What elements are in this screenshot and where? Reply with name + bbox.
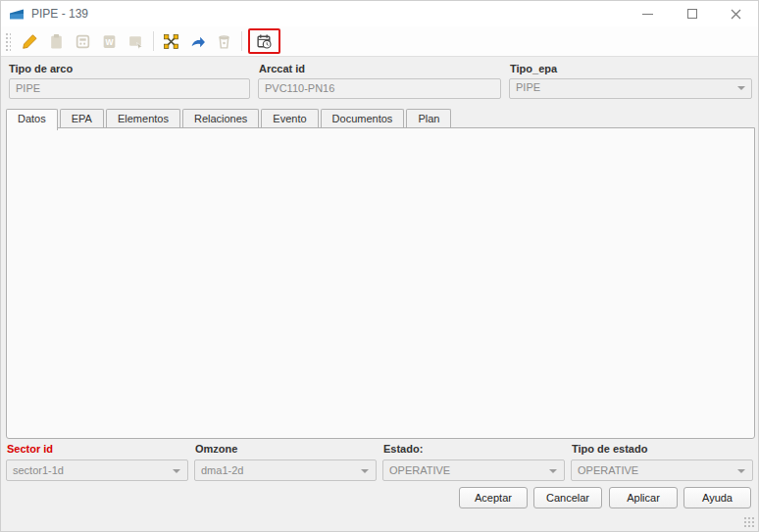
delete-button [211, 28, 237, 54]
flow-arrow-icon [189, 33, 206, 50]
maximize-button[interactable] [670, 1, 714, 26]
arccat-id-label: Arccat id [259, 63, 305, 74]
epa-type-label: Tipo_epa [510, 63, 557, 74]
tab-relaciones[interactable]: Relaciones [182, 109, 259, 128]
tipo-estado-label: Tipo de estado [572, 443, 647, 455]
move-nodes-button[interactable] [158, 28, 184, 54]
tab-epa[interactable]: EPA [60, 109, 104, 128]
window-controls [626, 1, 758, 26]
toolbar-grip-handle[interactable] [4, 31, 11, 51]
epa-type-select[interactable]: PIPE [509, 78, 752, 99]
toolbar-separator [241, 31, 242, 51]
arccat-id-input[interactable]: PVC110-PN16 [258, 78, 501, 99]
catalog-button [70, 28, 96, 54]
aplicar-button[interactable]: Aplicar [609, 487, 678, 508]
pencil-icon [22, 33, 38, 50]
flow-arrow-button[interactable] [184, 28, 211, 54]
ayuda-button[interactable]: Ayuda [683, 487, 751, 508]
clipboard-icon [48, 33, 65, 50]
tabbar: Datos EPA Elementos Relaciones Evento Do… [6, 108, 453, 128]
cancelar-button[interactable]: Cancelar [533, 487, 602, 508]
tab-elementos[interactable]: Elementos [106, 109, 180, 128]
close-icon [731, 9, 741, 20]
sector-id-label: Sector id [7, 443, 53, 455]
aceptar-button[interactable]: Aceptar [459, 487, 528, 508]
calendar-clock-icon [256, 33, 273, 50]
toolbar: W [1, 26, 758, 57]
maximize-icon [687, 9, 697, 19]
app-logo-icon [9, 8, 25, 21]
omzone-label: Omzone [195, 443, 237, 455]
sector-id-select[interactable]: sector1-1d [6, 459, 188, 481]
calculator-icon [75, 33, 91, 50]
paste-button [43, 28, 70, 54]
tab-plan[interactable]: Plan [406, 109, 451, 128]
tipo-estado-select[interactable]: OPERATIVE [571, 459, 753, 481]
minimize-button[interactable] [626, 1, 670, 26]
omzone-select[interactable]: dma1-2d [194, 459, 377, 481]
resize-grip[interactable] [743, 516, 755, 528]
pipe-dialog-window: PIPE - 139 [0, 0, 759, 532]
estado-select[interactable]: OPERATIVE [382, 459, 565, 481]
window-title: PIPE - 139 [31, 7, 88, 21]
word-doc-icon: W [101, 33, 118, 50]
close-button[interactable] [714, 1, 758, 26]
edit-pencil-button[interactable] [17, 28, 43, 54]
highlight-red-box [248, 28, 280, 54]
move-nodes-icon [163, 33, 179, 50]
toolbar-separator [153, 31, 154, 51]
image-picker-button [123, 28, 149, 54]
arc-type-input[interactable]: PIPE [9, 78, 250, 99]
trash-icon [216, 33, 232, 50]
date-manager-button[interactable] [252, 28, 278, 54]
titlebar: PIPE - 139 [1, 1, 758, 26]
tab-evento[interactable]: Evento [261, 109, 318, 128]
minimize-icon [642, 14, 653, 15]
tab-datos[interactable]: Datos [6, 109, 58, 130]
word-doc-button: W [96, 28, 123, 54]
svg-text:W: W [105, 37, 114, 47]
datos-tab-panel [6, 127, 755, 439]
arc-type-label: Tipo de arco [9, 63, 73, 74]
image-picker-icon [127, 33, 144, 50]
tab-documentos[interactable]: Documentos [321, 109, 405, 128]
estado-label: Estado: [383, 443, 423, 455]
